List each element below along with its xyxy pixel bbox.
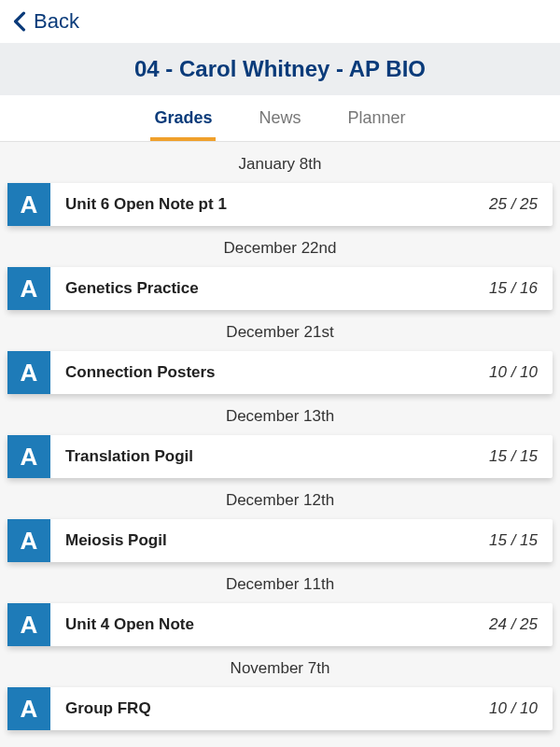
assignment-score: 24 / 25 bbox=[489, 615, 538, 634]
date-header: December 12th bbox=[0, 478, 560, 519]
assignment-row[interactable]: AGroup FRQ10 / 10 bbox=[7, 687, 553, 730]
assignment-score: 25 / 25 bbox=[489, 195, 538, 214]
date-header: January 8th bbox=[0, 142, 560, 183]
tabs: Grades News Planner bbox=[0, 95, 560, 142]
tab-news[interactable]: News bbox=[255, 95, 304, 141]
assignment-body: Group FRQ10 / 10 bbox=[50, 687, 553, 730]
assignment-row[interactable]: AGenetics Practice15 / 16 bbox=[7, 267, 553, 310]
assignment-body: Translation Pogil15 / 15 bbox=[50, 435, 553, 478]
back-label: Back bbox=[34, 9, 79, 34]
grade-letter-badge: A bbox=[7, 183, 50, 226]
assignment-score: 10 / 10 bbox=[489, 699, 538, 718]
assignment-row[interactable]: AUnit 6 Open Note pt 125 / 25 bbox=[7, 183, 553, 226]
grade-letter-badge: A bbox=[7, 687, 50, 730]
assignment-body: Unit 4 Open Note24 / 25 bbox=[50, 603, 553, 646]
assignment-title: Connection Posters bbox=[65, 363, 216, 382]
assignment-title: Group FRQ bbox=[65, 699, 151, 718]
assignment-row[interactable]: ATranslation Pogil15 / 15 bbox=[7, 435, 553, 478]
grade-letter-badge: A bbox=[7, 435, 50, 478]
assignment-row[interactable]: AConnection Posters10 / 10 bbox=[7, 351, 553, 394]
assignment-title: Genetics Practice bbox=[65, 279, 199, 298]
assignment-title: Translation Pogil bbox=[65, 447, 193, 466]
grade-letter-badge: A bbox=[7, 267, 50, 310]
assignment-body: Connection Posters10 / 10 bbox=[50, 351, 553, 394]
assignment-score: 10 / 10 bbox=[489, 363, 538, 382]
page-title: 04 - Carol Whitney - AP BIO bbox=[0, 43, 560, 95]
grade-letter-badge: A bbox=[7, 603, 50, 646]
assignment-body: Unit 6 Open Note pt 125 / 25 bbox=[50, 183, 553, 226]
assignment-row[interactable]: AUnit 4 Open Note24 / 25 bbox=[7, 603, 553, 646]
date-header: December 11th bbox=[0, 562, 560, 603]
assignment-body: Genetics Practice15 / 16 bbox=[50, 267, 553, 310]
grade-letter-badge: A bbox=[7, 519, 50, 562]
date-header: November 7th bbox=[0, 646, 560, 687]
assignment-title: Unit 4 Open Note bbox=[65, 615, 194, 634]
header-row: Back bbox=[0, 0, 560, 43]
assignment-score: 15 / 15 bbox=[489, 447, 538, 466]
assignment-score: 15 / 15 bbox=[489, 531, 538, 550]
assignment-row[interactable]: AMeiosis Pogil15 / 15 bbox=[7, 519, 553, 562]
assignment-title: Unit 6 Open Note pt 1 bbox=[65, 195, 227, 214]
back-button[interactable]: Back bbox=[13, 9, 79, 34]
grades-list: January 8thAUnit 6 Open Note pt 125 / 25… bbox=[0, 142, 560, 747]
tab-planner[interactable]: Planner bbox=[344, 95, 410, 141]
date-header: December 13th bbox=[0, 394, 560, 435]
chevron-left-icon bbox=[13, 11, 26, 32]
assignment-title: Meiosis Pogil bbox=[65, 531, 167, 550]
assignment-score: 15 / 16 bbox=[489, 279, 538, 298]
tab-grades[interactable]: Grades bbox=[150, 95, 216, 141]
assignment-body: Meiosis Pogil15 / 15 bbox=[50, 519, 553, 562]
date-header: December 22nd bbox=[0, 226, 560, 267]
date-header: December 21st bbox=[0, 310, 560, 351]
grade-letter-badge: A bbox=[7, 351, 50, 394]
